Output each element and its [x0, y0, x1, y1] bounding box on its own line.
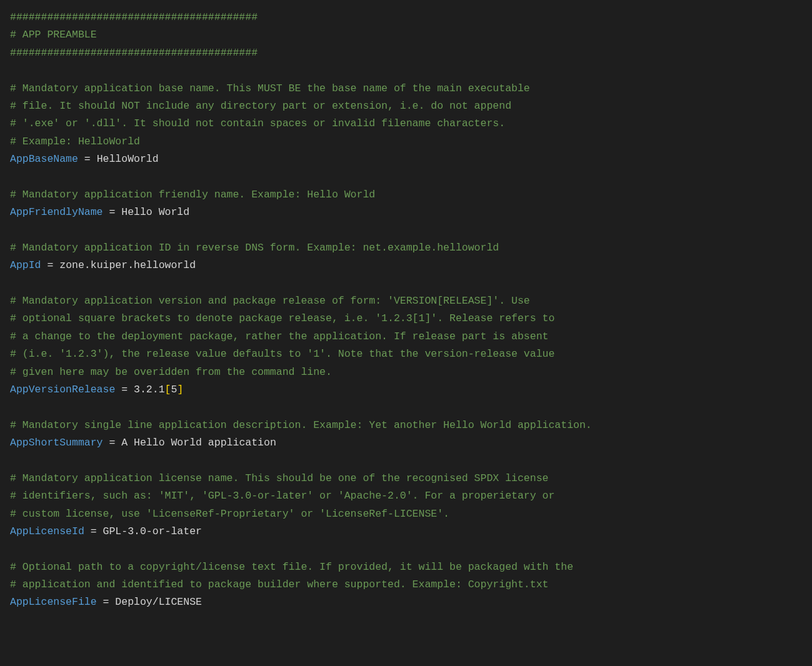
comment-line: # custom license, use 'LicenseRef-Propri…: [10, 508, 449, 520]
key-app-license-file: AppLicenseFile: [10, 596, 97, 608]
key-app-short-summary: AppShortSummary: [10, 437, 103, 449]
value-app-short-summary: A Hello World application: [121, 437, 276, 449]
comment-line: # Mandatory application base name. This …: [10, 82, 530, 94]
key-app-base-name: AppBaseName: [10, 153, 78, 165]
key-app-version-release: AppVersionRelease: [10, 384, 115, 395]
comment-line: # identifiers, such as: 'MIT', 'GPL-3.0-…: [10, 490, 554, 502]
value-app-friendly-name: Hello World: [121, 206, 189, 218]
comment-line: # file. It should NOT include any direct…: [10, 100, 511, 112]
key-app-friendly-name: AppFriendlyName: [10, 206, 103, 218]
equals-sign: =: [115, 384, 134, 395]
equals-sign: =: [103, 206, 122, 218]
comment-line: # Optional path to a copyright/license t…: [10, 561, 573, 573]
config-source: ########################################…: [0, 0, 812, 630]
comment-line: # Mandatory single line application desc…: [10, 419, 592, 431]
comment-line: # Mandatory application license name. Th…: [10, 472, 548, 484]
bracket-open: [: [165, 384, 171, 395]
value-app-license-id: GPL-3.0-or-later: [103, 525, 202, 537]
comment-line: # a change to the deployment package, ra…: [10, 331, 548, 342]
comment-line: # optional square brackets to denote pac…: [10, 312, 554, 324]
value-app-release: 5: [171, 384, 177, 395]
comment-line: # '.exe' or '.dll'. It should not contai…: [10, 117, 505, 129]
comment-line: # Mandatory application version and pack…: [10, 295, 530, 307]
comment-hash-line: ########################################: [10, 47, 258, 59]
value-app-base-name: HelloWorld: [97, 153, 159, 165]
value-app-license-file: Deploy/LICENSE: [115, 596, 202, 608]
comment-line: # Mandatory application friendly name. E…: [10, 189, 375, 201]
comment-line: # Example: HelloWorld: [10, 136, 140, 147]
comment-hash-line: ########################################: [10, 11, 258, 23]
equals-sign: =: [84, 525, 103, 537]
value-app-id: zone.kuiper.helloworld: [59, 259, 196, 271]
key-app-license-id: AppLicenseId: [10, 525, 84, 537]
comment-preamble-label: # APP PREAMBLE: [10, 29, 97, 41]
bracket-close: ]: [177, 384, 183, 395]
comment-line: # (i.e. '1.2.3'), the release value defa…: [10, 348, 554, 360]
equals-sign: =: [97, 596, 116, 608]
equals-sign: =: [103, 437, 122, 449]
comment-line: # application and identified to package …: [10, 579, 548, 590]
equals-sign: =: [78, 153, 97, 165]
comment-line: # given here may be overidden from the c…: [10, 366, 332, 378]
comment-line: # Mandatory application ID in reverse DN…: [10, 242, 499, 254]
value-app-version: 3.2.1: [134, 384, 165, 395]
key-app-id: AppId: [10, 259, 41, 271]
equals-sign: =: [41, 259, 60, 271]
